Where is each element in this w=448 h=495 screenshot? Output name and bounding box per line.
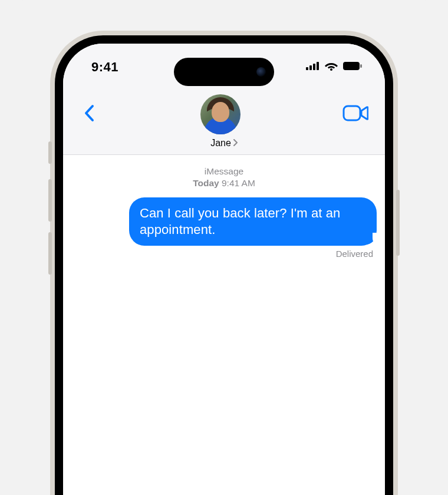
contact-name: Jane — [210, 138, 231, 148]
front-camera — [256, 67, 266, 77]
svg-point-4 — [330, 68, 332, 71]
delivery-status: Delivered — [71, 249, 373, 259]
dynamic-island — [174, 58, 274, 86]
bubble-tail — [367, 233, 380, 245]
svg-rect-7 — [344, 106, 360, 120]
cellular-icon — [306, 62, 320, 72]
chevron-left-icon — [84, 104, 94, 124]
wifi-icon — [325, 61, 338, 73]
thread-timestamp: iMessage Today 9:41 AM — [71, 166, 377, 189]
message-bubble[interactable]: Can I call you back later? I'm at an app… — [129, 197, 377, 246]
contact-avatar[interactable] — [200, 94, 241, 134]
svg-rect-5 — [343, 62, 360, 70]
mute-switch — [48, 141, 52, 164]
conversation-header: Jane — [63, 91, 385, 155]
phone-bezel: 9:41 — [55, 35, 393, 495]
outgoing-message-row: Can I call you back later? I'm at an app… — [71, 197, 377, 246]
timestamp-time: 9:41 AM — [222, 178, 255, 188]
back-button[interactable] — [77, 103, 101, 126]
contact-name-button[interactable]: Jane — [210, 138, 238, 148]
chevron-right-icon — [233, 139, 238, 148]
facetime-video-button[interactable] — [340, 103, 371, 126]
svg-rect-2 — [313, 64, 315, 70]
video-icon — [342, 105, 368, 124]
volume-up-button — [48, 179, 52, 222]
svg-rect-3 — [317, 62, 319, 70]
status-time: 9:41 — [91, 60, 118, 75]
phone-screen: 9:41 — [63, 44, 385, 495]
timestamp-day: Today — [193, 178, 219, 188]
iphone-device-frame: 9:41 — [50, 31, 398, 495]
status-icons — [306, 61, 363, 73]
volume-down-button — [48, 232, 52, 275]
product-image-frame: 9:41 — [0, 0, 448, 495]
svg-rect-6 — [360, 64, 362, 68]
message-thread[interactable]: iMessage Today 9:41 AM Can I call you ba… — [63, 155, 385, 495]
message-text: Can I call you back later? I'm at an app… — [140, 206, 340, 237]
side-button — [396, 190, 400, 256]
svg-rect-0 — [306, 67, 308, 70]
battery-icon — [342, 61, 363, 73]
svg-rect-1 — [309, 65, 312, 70]
service-label: iMessage — [71, 166, 377, 177]
